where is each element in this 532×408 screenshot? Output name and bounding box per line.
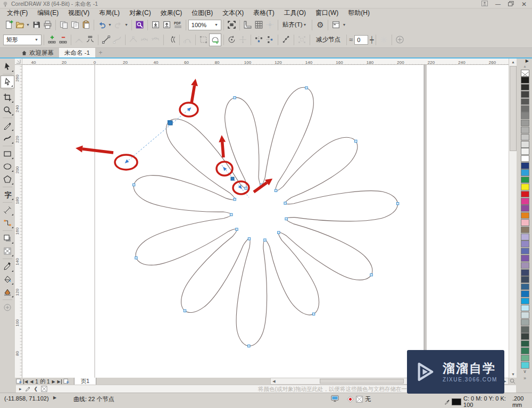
- no-color-swatch[interactable]: [41, 386, 47, 392]
- proof-colors-icon[interactable]: [331, 395, 339, 402]
- color-swatch-19[interactable]: [521, 212, 529, 219]
- add-page-icon-2[interactable]: [63, 378, 69, 385]
- launcher-dropdown-arrow[interactable]: ▼: [342, 23, 346, 27]
- redo-dropdown-arrow[interactable]: ▼: [124, 23, 128, 27]
- color-swatch-17[interactable]: [521, 198, 529, 205]
- vertical-ruler[interactable]: 26024022020018016014012010080: [15, 65, 22, 378]
- smooth-node-button[interactable]: [139, 34, 150, 46]
- selection-mode-arrow[interactable]: ▼: [35, 38, 38, 41]
- outline-status[interactable]: C: 0 M: 0 Y: 0 K: 100 .200 mm: [444, 395, 532, 408]
- color-swatch-6[interactable]: [521, 120, 529, 127]
- color-swatch-12[interactable]: [521, 162, 529, 169]
- add-page-icon[interactable]: [16, 378, 22, 385]
- color-swatch-14[interactable]: [521, 177, 529, 184]
- color-swatch-5[interactable]: [521, 112, 529, 119]
- menu-item-5[interactable]: 效果(C): [156, 9, 187, 18]
- color-swatch-38[interactable]: [521, 347, 529, 354]
- color-swatch-9[interactable]: [521, 141, 529, 148]
- redo-button[interactable]: [113, 19, 124, 31]
- flower-curve-drawing[interactable]: [22, 65, 509, 378]
- color-swatch-2[interactable]: [521, 91, 529, 98]
- collapse-icon[interactable]: ❮: [34, 386, 38, 392]
- customize-propbar-button[interactable]: [394, 34, 405, 46]
- menu-item-9[interactable]: 工具(O): [279, 9, 311, 18]
- tab-welcome-screen[interactable]: 欢迎屏幕: [16, 48, 59, 57]
- zoom-tool[interactable]: [1, 104, 14, 116]
- color-swatch-24[interactable]: [521, 248, 529, 255]
- rotate-nodes-button[interactable]: [226, 34, 237, 46]
- menu-item-3[interactable]: 布局(L): [94, 9, 124, 18]
- maximize-button[interactable]: [508, 1, 514, 7]
- reflect-vertical-button[interactable]: [264, 34, 276, 46]
- transparency-tool[interactable]: [1, 245, 14, 257]
- color-swatch-7[interactable]: [521, 127, 529, 134]
- menu-item-0[interactable]: 文件(F): [2, 9, 32, 18]
- options-button[interactable]: ⚙: [314, 19, 326, 31]
- add-node-button[interactable]: [46, 34, 57, 46]
- pdf-sharing-button[interactable]: PDF: [172, 19, 184, 31]
- close-curve-button[interactable]: [209, 34, 221, 46]
- search-content-button[interactable]: [134, 19, 145, 31]
- menu-item-7[interactable]: 文本(X): [218, 9, 248, 18]
- print-button[interactable]: [42, 19, 53, 31]
- scroll-down-arrow[interactable]: ▼: [509, 371, 517, 378]
- snap-to-menu[interactable]: 贴齐(T)▼: [280, 19, 310, 31]
- ruler-origin[interactable]: [15, 59, 22, 65]
- extract-subpath-button[interactable]: [182, 34, 193, 46]
- color-swatch-26[interactable]: [521, 262, 529, 269]
- palette-flyout-icon[interactable]: ▸: [19, 386, 22, 392]
- stretch-nodes-button[interactable]: [198, 34, 209, 46]
- menu-item-10[interactable]: 窗口(W): [311, 9, 343, 18]
- scroll-up-arrow[interactable]: ▲: [509, 59, 517, 65]
- menu-item-2[interactable]: 视图(V): [63, 9, 94, 18]
- fullscreen-preview-button[interactable]: [226, 19, 237, 31]
- color-swatch-39[interactable]: [521, 355, 529, 362]
- new-document-button[interactable]: [3, 19, 14, 31]
- curve-smoothness-control[interactable]: ≈0┿: [349, 35, 373, 45]
- palette-scroll-up[interactable]: ▲: [523, 64, 527, 70]
- color-swatch-11[interactable]: [521, 155, 529, 162]
- show-rulers-button[interactable]: [242, 19, 253, 31]
- snap-options-button[interactable]: [378, 34, 389, 46]
- document-navigator-button[interactable]: [509, 378, 517, 385]
- eyedropper-icon[interactable]: [25, 386, 31, 392]
- reduce-nodes-button[interactable]: 减少节点: [312, 34, 344, 45]
- color-swatch-28[interactable]: [521, 276, 529, 283]
- interactive-fill-tool[interactable]: [1, 273, 14, 286]
- menu-item-4[interactable]: 对象(C): [124, 9, 156, 18]
- open-button[interactable]: [14, 19, 26, 31]
- statusbar-flyout[interactable]: ▶: [53, 395, 56, 400]
- zoom-level-combo[interactable]: 100%▼: [188, 20, 221, 30]
- color-swatch-3[interactable]: [521, 98, 529, 105]
- zoom-dropdown-arrow[interactable]: ▼: [214, 23, 218, 27]
- no-color-swatch[interactable]: [521, 70, 529, 77]
- color-swatch-31[interactable]: [521, 298, 529, 305]
- drop-shadow-tool[interactable]: [1, 232, 14, 245]
- color-swatch-10[interactable]: [521, 148, 529, 155]
- next-page-button[interactable]: ▶: [51, 379, 55, 384]
- page-tab[interactable]: 页1: [74, 378, 96, 385]
- last-page-button[interactable]: ▶: [57, 379, 62, 384]
- cut-button[interactable]: [58, 19, 69, 31]
- color-swatch-23[interactable]: [521, 240, 529, 247]
- join-nodes-button[interactable]: [73, 34, 85, 46]
- horizontal-scroll-thumb[interactable]: [320, 379, 404, 384]
- color-swatch-20[interactable]: [521, 219, 529, 226]
- color-swatch-22[interactable]: [521, 234, 529, 240]
- import-button[interactable]: [150, 19, 161, 31]
- palette-flyout-button[interactable]: ▶: [526, 59, 532, 64]
- color-swatch-37[interactable]: [521, 340, 529, 347]
- menu-item-6[interactable]: 位图(B): [187, 9, 218, 18]
- reverse-direction-button[interactable]: [166, 34, 177, 46]
- save-button[interactable]: [31, 19, 42, 31]
- color-swatch-15[interactable]: [521, 184, 529, 190]
- rectangle-tool[interactable]: [1, 147, 14, 160]
- drawing-canvas[interactable]: [22, 65, 509, 378]
- export-button[interactable]: [161, 19, 172, 31]
- color-swatch-8[interactable]: [521, 134, 529, 141]
- color-swatch-36[interactable]: [521, 333, 529, 340]
- smart-fill-tool[interactable]: [1, 286, 14, 298]
- horizontal-ruler[interactable]: 4020020406080100120140160180200220240260: [22, 59, 509, 65]
- cusp-node-button[interactable]: [128, 34, 139, 46]
- show-guidelines-button[interactable]: [264, 19, 276, 31]
